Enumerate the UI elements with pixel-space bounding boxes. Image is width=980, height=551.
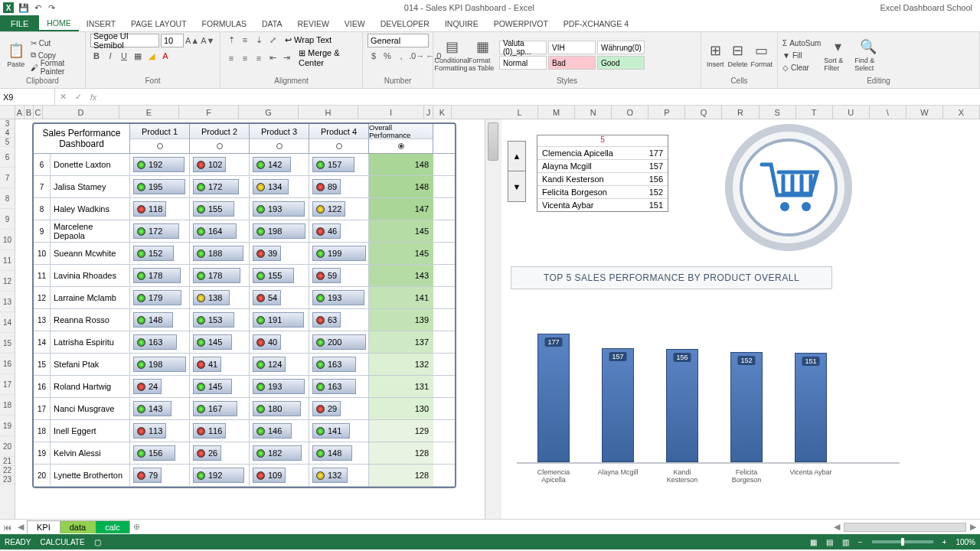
underline-button[interactable]: U [118, 50, 130, 62]
status-calculate: CALCULATE [40, 538, 84, 546]
italic-button[interactable]: I [104, 50, 116, 62]
style-normal[interactable]: Normal [499, 56, 547, 70]
number-format-select[interactable]: General [368, 34, 429, 47]
credit-text: Excel Dashboard School [880, 3, 977, 12]
grow-font-icon[interactable]: A▲ [185, 34, 199, 47]
delete-cells-button[interactable]: ⊟Delete [727, 38, 747, 72]
name-box[interactable]: X9 [0, 89, 55, 105]
radio-product-1[interactable] [157, 143, 163, 149]
style-valuta[interactable]: Valuta (0)_sp... [499, 41, 547, 54]
style-vih[interactable]: VIH [548, 41, 596, 54]
format-painter-button[interactable]: 🖌 Format Painter [31, 62, 80, 73]
paste-button[interactable]: 📋Paste [5, 38, 28, 72]
percent-icon[interactable]: % [381, 50, 394, 62]
style-waehrung[interactable]: Währung(0) [597, 41, 645, 54]
tab-file[interactable]: FILE [0, 15, 39, 31]
find-select-button[interactable]: 🔍Find & Select [854, 38, 882, 72]
align-middle-icon[interactable]: ≡ [239, 34, 251, 46]
shrink-font-icon[interactable]: A▼ [201, 34, 214, 47]
format-as-table-button[interactable]: ▦Format as Table [469, 38, 496, 72]
spinner-down-icon[interactable]: ▼ [508, 171, 526, 202]
sheet-tab-kpi[interactable]: KPI [27, 520, 60, 533]
enter-formula-icon[interactable]: ✓ [70, 89, 86, 105]
radio-product-2[interactable] [217, 143, 223, 149]
tab-developer[interactable]: DEVELOPER [373, 15, 437, 31]
status-bar: READY CALCULATE ▢ ▦ ▤ ▥ − + 100% [0, 534, 980, 549]
border-button[interactable]: ▦ [132, 50, 144, 62]
radio-overall[interactable] [398, 143, 404, 149]
fill-button[interactable]: ▼ Fill [782, 50, 821, 60]
zoom-slider[interactable] [872, 540, 933, 543]
macro-record-icon[interactable]: ▢ [94, 538, 101, 546]
zoom-level[interactable]: 100% [956, 538, 975, 546]
tab-inquire[interactable]: INQUIRE [437, 15, 486, 31]
sheet-tab-data[interactable]: data [60, 520, 96, 533]
bold-button[interactable]: B [90, 50, 103, 62]
scroll-first-icon[interactable]: ⏮ [0, 523, 14, 532]
font-color-button[interactable]: A [159, 50, 172, 62]
tab-data[interactable]: DATA [254, 15, 289, 31]
hscroll-right-icon[interactable]: ▶ [966, 522, 980, 532]
undo-icon[interactable]: ↶ [31, 1, 44, 15]
cancel-formula-icon[interactable]: ✕ [55, 89, 70, 105]
radio-product-3[interactable] [276, 143, 283, 149]
radio-product-4[interactable] [336, 143, 342, 149]
orientation-icon[interactable]: ⤢ [266, 34, 279, 46]
clear-button[interactable]: ◇ Clear [782, 62, 821, 73]
tab-pdf[interactable]: PDF-XChange 4 [556, 15, 636, 31]
new-sheet-icon[interactable]: ⊕ [130, 522, 144, 532]
tab-review[interactable]: REVIEW [289, 15, 336, 31]
tab-insert[interactable]: INSERT [79, 15, 123, 31]
tab-powerpivot[interactable]: POWERPIVOT [486, 15, 556, 31]
wrap-text-button[interactable]: ↩ Wrap Text [285, 35, 332, 45]
fx-icon[interactable]: fx [86, 89, 101, 105]
font-size-select[interactable]: 10 [161, 34, 184, 47]
horizontal-scrollbar[interactable] [844, 523, 966, 532]
style-good[interactable]: Good [597, 56, 645, 70]
hscroll-left-icon[interactable]: ◀ [830, 522, 844, 532]
align-left-icon[interactable]: ≡ [225, 52, 237, 64]
view-page-break-icon[interactable]: ▥ [842, 538, 849, 546]
view-normal-icon[interactable]: ▦ [810, 538, 817, 546]
sheet-tab-calc[interactable]: calc [95, 520, 130, 533]
format-cells-button[interactable]: ▭Format [750, 38, 773, 72]
align-right-icon[interactable]: ≡ [253, 52, 265, 64]
tab-formulas[interactable]: FORMULAS [194, 15, 254, 31]
fill-color-button[interactable]: ◢ [145, 50, 158, 62]
zoom-out-icon[interactable]: − [858, 538, 863, 546]
cut-button[interactable]: ✂ Cut [31, 37, 80, 48]
redo-icon[interactable]: ↷ [44, 1, 58, 15]
row-headers[interactable]: 34567891011121314151617181920212223 [0, 119, 15, 519]
select-all-corner[interactable] [0, 106, 15, 119]
table-row: 20Lynette Brotherton79192109132128 [34, 465, 455, 487]
indent-dec-icon[interactable]: ⇤ [266, 52, 279, 64]
align-top-icon[interactable]: ⇡ [225, 34, 237, 46]
align-bottom-icon[interactable]: ⇣ [253, 34, 265, 46]
conditional-formatting-button[interactable]: ▤Conditional Formatting [438, 38, 466, 72]
tab-view[interactable]: VIEW [337, 15, 373, 31]
svg-point-3 [802, 202, 811, 211]
top5-list: 5 Clemencia Apicella177Alayna Mcgill157K… [537, 135, 668, 212]
column-headers-left[interactable]: AB C D EF GH I JK [0, 106, 501, 119]
top5-spinner[interactable]: ▲ ▼ [508, 141, 526, 202]
insert-cells-button[interactable]: ⊞Insert [706, 38, 724, 72]
scroll-prev-icon[interactable]: ◀ [14, 522, 28, 532]
merge-center-button[interactable]: ⊞ Merge & Center [299, 48, 358, 67]
currency-icon[interactable]: $ [368, 50, 380, 62]
comma-icon[interactable]: , [395, 50, 407, 62]
indent-inc-icon[interactable]: ⇥ [280, 52, 292, 64]
spinner-up-icon[interactable]: ▲ [508, 141, 526, 171]
inc-decimal-icon[interactable]: .0→ [409, 50, 424, 62]
style-bad[interactable]: Bad [548, 56, 596, 70]
zoom-in-icon[interactable]: + [942, 538, 947, 546]
column-headers-right[interactable]: LMNO PQRS TU\WX [501, 106, 980, 119]
font-name-select[interactable]: Segoe UI Semibol [90, 34, 159, 47]
tab-page-layout[interactable]: PAGE LAYOUT [123, 15, 194, 31]
view-page-layout-icon[interactable]: ▤ [826, 538, 833, 546]
sort-filter-button[interactable]: ▾Sort & Filter [824, 38, 851, 72]
dashboard-scrollbar[interactable] [485, 119, 501, 519]
save-icon[interactable]: 💾 [17, 1, 31, 15]
autosum-button[interactable]: Σ AutoSum [782, 37, 821, 48]
tab-home[interactable]: HOME [39, 15, 79, 31]
align-center-icon[interactable]: ≡ [239, 52, 251, 64]
